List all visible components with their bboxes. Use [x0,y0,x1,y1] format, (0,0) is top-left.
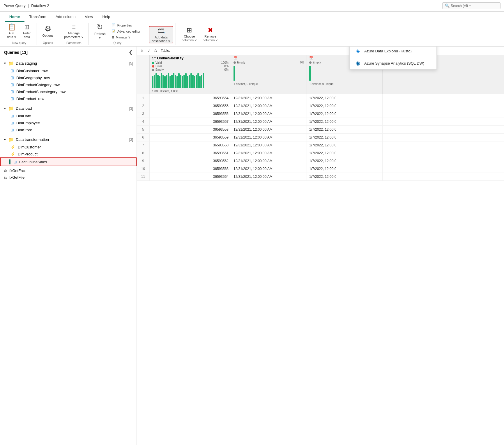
cell-col3: 1/7/2022, 12:00:0 [307,94,383,102]
enter-data-button[interactable]: ⊞ Enterdata [20,23,34,40]
table-row[interactable]: 6 36593559 12/31/2021, 12:00:00 AM 1/7/2… [137,134,504,141]
table-row[interactable]: 9 36593562 12/31/2021, 12:00:00 AM 1/7/2… [137,157,504,165]
table-row[interactable]: 5 36593558 12/31/2021, 12:00:00 AM 1/7/2… [137,126,504,134]
advanced-editor-icon: 📝 [112,29,116,33]
cell-col2: 12/31/2021, 12:00:00 AM [231,165,307,173]
advanced-editor-button[interactable]: 📝 Advanced editor [109,29,143,34]
tab-add-column[interactable]: Add column [51,12,80,22]
enter-data-icon: ⊞ [24,24,29,30]
table-icon: ⊞ [13,159,17,164]
table-row[interactable]: 4 36593557 12/31/2021, 12:00:00 AM 1/7/2… [137,118,504,126]
options-label: Options [42,34,53,38]
formula-confirm-button[interactable]: ✓ [146,48,152,54]
dim-store-label: DimStore [16,128,32,132]
remove-columns-button[interactable]: ✖ Removecolumns ∨ [200,26,220,43]
tab-home[interactable]: Home [5,12,24,22]
row-number: 10 [137,165,150,173]
refresh-button[interactable]: ↻ Refresh∨ [92,23,108,40]
query-item-dim-customer[interactable]: ⚡ DimCustomer [0,143,137,150]
table-row[interactable]: 11 36593564 12/31/2021, 12:00:00 AM 1/7/… [137,173,504,181]
get-data-label: Getdata ∨ [7,31,16,39]
options-button[interactable]: ⚙ Options [40,23,56,40]
query-item-fx-get-fact[interactable]: fx fxGetFact [0,167,137,174]
manage-button[interactable]: ⊞ Manage ∨ [109,35,143,40]
col1-stats: Valid 100% Error 0% Empty 0% [152,61,229,72]
cell-col2: 12/31/2021, 12:00:00 AM [231,94,307,102]
enter-data-label: Enterdata [23,31,31,39]
query-item-dim-store[interactable]: ⊞ DimStore [0,126,137,133]
row-num-header [137,55,150,94]
formula-cancel-button[interactable]: ✕ [139,48,145,54]
query-group-header-data-staging[interactable]: ▼ 📁 Data staging [5] [0,59,137,67]
valid-value: 100% [221,61,229,64]
table-icon: ⊞ [10,68,14,73]
query-item-dim-product-subcategory-raw[interactable]: ⊞ DimProductSubcategory_raw [0,88,137,95]
choose-columns-button[interactable]: ⊞ Choosecolumns ∨ [179,26,199,43]
query-item-fx-get-file[interactable]: fx fxGetFile [0,174,137,181]
cell-col2: 12/31/2021, 12:00:00 AM [231,173,307,180]
table-row[interactable]: 8 36593561 12/31/2021, 12:00:00 AM 1/7/2… [137,149,504,157]
cell-col3: 1/7/2022, 12:00:0 [307,141,383,149]
app-name: Power Query [3,3,26,8]
formula-input[interactable] [160,48,502,53]
get-data-icon: 📋 [8,24,16,30]
options-icon: ⚙ [45,25,51,33]
cell-col3: 1/7/2022, 12:00:0 [307,126,383,133]
query-item-dim-date[interactable]: ⊞ DimDate [0,112,137,119]
table-row[interactable]: 7 36593560 12/31/2021, 12:00:00 AM 1/7/2… [137,141,504,149]
search-box[interactable]: 🔍 [442,2,501,9]
query-group-header-data-load[interactable]: ▼ 📁 Data load [3] [0,104,137,112]
cell-col1: 36593555 [150,102,231,110]
get-data-button[interactable]: 📋 Getdata ∨ [5,23,19,40]
dropdown-item-azure-data-explorer[interactable]: ◈ Azure Data Explorer (Kusto) [350,47,436,57]
properties-button[interactable]: 📄 Properties [109,22,143,28]
table-icon: ⊞ [10,82,14,87]
lightning-icon: ⚡ [10,145,15,149]
empty-value: 0% [224,68,229,71]
query-item-dim-customer-raw[interactable]: ⊞ DimCustomer_raw [0,67,137,74]
table-icon: ⊞ [10,120,14,125]
folder-icon-data-transformation: 📁 [8,137,14,142]
query-group-header-data-transformation[interactable]: ▼ 📁 Data transformation [3] [0,136,137,143]
table-icon: ⊞ [10,96,14,101]
ribbon-group-query: ↻ Refresh∨ 📄 Properties 📝 Advanced edito… [90,23,145,45]
table-row[interactable]: 3 36593556 12/31/2021, 12:00:00 AM 1/7/2… [137,110,504,118]
manage-parameters-button[interactable]: ≡ Manageparameters ∨ [62,23,86,40]
table-row[interactable]: 2 36593555 12/31/2021, 12:00:00 AM 1/7/2… [137,102,504,110]
empty-dot [152,69,154,71]
cell-col3: 1/7/2022, 12:00:0 [307,165,383,173]
col1-chart [152,72,229,89]
search-input[interactable] [451,4,498,8]
table-row[interactable]: 10 36593563 12/31/2021, 12:00:00 AM 1/7/… [137,165,504,173]
kusto-icon: ◈ [354,48,361,54]
add-data-destination-button[interactable]: 🗃 → Add datadestination ∨ [149,26,173,43]
column-header-online-sales-key[interactable]: 1²³ OnlineSalesKey Valid 100% Error 0% [150,55,231,94]
cell-col3: 1/7/2022, 12:00:0 [307,157,383,165]
query-item-dim-product[interactable]: ⚡ DimProduct [0,150,137,157]
valid-label: Valid [155,61,162,64]
query-item-dim-employee[interactable]: ⊞ DimEmployee [0,119,137,126]
ribbon-group-parameters: ≡ Manageparameters ∨ Parameters [59,23,89,45]
cell-col2: 12/31/2021, 12:00:00 AM [231,141,307,149]
data-load-label: Data load [16,106,32,111]
column-header-col2[interactable]: 📅 Empty 0% 1 distinct, 0 unique [231,55,307,94]
cell-col1: 36593559 [150,134,231,141]
tab-transform[interactable]: Transform [24,12,51,22]
manage-parameters-icon: ≡ [72,24,76,30]
dropdown-item-azure-synapse[interactable]: ◉ Azure Synapse Analytics (SQL DW) [350,57,436,69]
collapse-button[interactable]: ❮ [129,49,132,55]
query-item-dim-product-category-raw[interactable]: ⊞ DimProductCategory_raw [0,81,137,88]
tab-view[interactable]: View [80,12,98,22]
tab-help[interactable]: Help [98,12,115,22]
row-number: 7 [137,141,150,149]
empty-dot [309,61,312,64]
data-transformation-count: [3] [129,138,133,142]
cell-col2: 12/31/2021, 12:00:00 AM [231,157,307,165]
table-row[interactable]: 1 36593554 12/31/2021, 12:00:00 AM 1/7/2… [137,94,504,102]
dim-employee-label: DimEmployee [16,121,40,125]
query-item-dim-product-raw[interactable]: ⊞ DimProduct_raw [0,95,137,102]
query-item-dim-geography-raw[interactable]: ⊞ DimGeography_raw [0,74,137,81]
manage-icon: ⊞ [112,36,114,39]
azure-data-explorer-label: Azure Data Explorer (Kusto) [364,49,412,53]
query-item-fact-online-sales[interactable]: ⊞ FactOnlineSales [0,157,137,166]
